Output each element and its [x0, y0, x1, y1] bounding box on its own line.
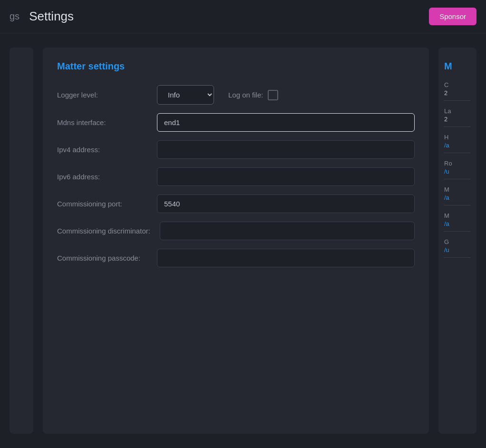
- right-value-3: /a: [444, 142, 471, 153]
- right-label-2: La: [444, 107, 471, 115]
- page-title: Settings: [29, 9, 74, 24]
- comm-disc-label: Commissioning discriminator:: [57, 226, 150, 236]
- mdns-label: Mdns interface:: [57, 117, 147, 127]
- right-panel-title: M: [444, 61, 471, 72]
- mdns-input[interactable]: [157, 113, 415, 132]
- log-on-file-checkbox[interactable]: [268, 90, 278, 100]
- right-value-4: /u: [444, 168, 471, 179]
- comm-pass-label: Commissioning passcode:: [57, 253, 147, 263]
- logger-row: Logger level: Debug Info Warning Error L…: [57, 85, 415, 105]
- ipv4-row: Ipv4 address:: [57, 140, 415, 159]
- main-content: Matter settings Logger level: Debug Info…: [0, 33, 486, 448]
- comm-pass-input[interactable]: [157, 249, 415, 267]
- right-item-2: La 2: [444, 107, 471, 127]
- right-value-2: 2: [444, 116, 471, 127]
- comm-port-label: Commissioning port:: [57, 199, 147, 209]
- comm-pass-row: Commissioning passcode:: [57, 249, 415, 267]
- ipv6-input[interactable]: [157, 167, 415, 186]
- right-value-6: /a: [444, 220, 471, 232]
- right-label-4: Ro: [444, 160, 471, 167]
- logger-level-label: Logger level:: [57, 91, 147, 99]
- log-on-file-group: Log on file:: [228, 90, 278, 100]
- right-value-5: /a: [444, 194, 471, 205]
- right-item-3: H /a: [444, 134, 471, 153]
- log-on-file-label: Log on file:: [228, 91, 263, 99]
- panel-title: Matter settings: [57, 61, 415, 72]
- header: gs Settings Sponsor: [0, 0, 486, 33]
- header-left: gs Settings: [10, 9, 74, 24]
- left-panel-edge: [10, 48, 33, 434]
- logger-level-select[interactable]: Debug Info Warning Error: [157, 85, 214, 105]
- right-label-3: H: [444, 134, 471, 141]
- matter-settings-panel: Matter settings Logger level: Debug Info…: [43, 48, 429, 434]
- comm-port-input[interactable]: [157, 195, 415, 213]
- comm-disc-input[interactable]: [160, 222, 415, 240]
- comm-disc-row: Commissioning discriminator:: [57, 222, 415, 240]
- right-label-5: M: [444, 186, 471, 193]
- ipv4-input[interactable]: [157, 140, 415, 159]
- right-panel-edge: M C 2 La 2 H /a Ro /u M /a M /a G /u: [438, 48, 476, 434]
- comm-port-row: Commissioning port:: [57, 195, 415, 213]
- ipv4-label: Ipv4 address:: [57, 145, 147, 155]
- right-item-5: M /a: [444, 186, 471, 205]
- right-item-7: G /u: [444, 238, 471, 258]
- right-value-1: 2: [444, 89, 471, 101]
- settings-form: Logger level: Debug Info Warning Error L…: [57, 85, 415, 267]
- mdns-row: Mdns interface:: [57, 113, 415, 132]
- right-item-1: C 2: [444, 81, 471, 101]
- sponsor-button[interactable]: Sponsor: [429, 8, 476, 25]
- right-item-6: M /a: [444, 212, 471, 232]
- nav-label: gs: [10, 11, 19, 22]
- right-label-1: C: [444, 81, 471, 88]
- right-label-6: M: [444, 212, 471, 219]
- right-item-4: Ro /u: [444, 160, 471, 179]
- right-value-7: /u: [444, 246, 471, 258]
- ipv6-row: Ipv6 address:: [57, 167, 415, 186]
- ipv6-label: Ipv6 address:: [57, 172, 147, 182]
- right-label-7: G: [444, 238, 471, 245]
